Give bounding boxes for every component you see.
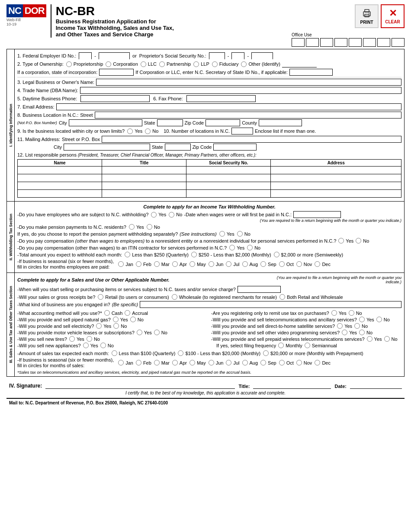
person4-address[interactable]	[271, 190, 401, 197]
q2-llc[interactable]: LLC	[140, 61, 157, 67]
q-pension-yes[interactable]: Yes	[128, 224, 144, 230]
month-jan-iii[interactable]: Jan	[117, 360, 133, 365]
q-comp-no[interactable]: No	[355, 238, 369, 244]
q-appliances-yes[interactable]: Yes	[82, 343, 98, 348]
q-comp-yes[interactable]: Yes	[337, 238, 353, 244]
q7-input[interactable]	[56, 103, 401, 110]
q-gas-no[interactable]: No	[129, 317, 144, 322]
q-pension-no[interactable]: No	[146, 224, 160, 230]
ein-part1-input[interactable]	[79, 53, 91, 60]
q-itin-yes[interactable]: Yes	[228, 245, 244, 250]
q-employees-no[interactable]: No	[168, 212, 182, 218]
ssn-part2-input[interactable]	[232, 53, 244, 60]
q-wireless-yes[interactable]: Yes	[366, 336, 382, 342]
month-mar-ii[interactable]: Mar	[153, 261, 170, 267]
month-may-iii[interactable]: May	[189, 360, 206, 365]
q9-no[interactable]: No	[144, 128, 158, 134]
q8-county-input[interactable]	[259, 119, 302, 126]
q-video-yes[interactable]: Yes	[341, 330, 357, 335]
ein-part2-input[interactable]	[99, 53, 129, 60]
q-total-opt3[interactable]: $2,000 or more (Semiweekly)	[273, 252, 344, 257]
month-oct-iii[interactable]: Oct	[278, 360, 294, 365]
q8-street-input[interactable]	[95, 112, 401, 119]
month-dec-ii[interactable]: Dec	[314, 261, 331, 267]
q9-yes[interactable]: Yes	[126, 128, 142, 134]
q3-input[interactable]	[96, 79, 401, 86]
q-wireless-no[interactable]: No	[383, 336, 398, 342]
q-pension-sep-yes[interactable]: Yes	[218, 231, 234, 237]
q-vehicle-no[interactable]: No	[153, 330, 167, 335]
q-itin-no[interactable]: No	[246, 245, 260, 250]
q8-state-input[interactable]	[157, 119, 183, 126]
month-sep-ii[interactable]: Sep	[260, 261, 276, 267]
q-amount-opt3[interactable]: $20,000 or more (Monthly with Prepayment…	[262, 350, 363, 356]
q-tires-yes[interactable]: Yes	[68, 336, 84, 342]
q-wholesale[interactable]: Wholesale (to registered merchants for r…	[171, 294, 277, 300]
person1-title[interactable]	[102, 167, 186, 174]
person3-ssn[interactable]	[186, 182, 270, 189]
q-appliances-no[interactable]: No	[100, 343, 114, 348]
month-apr-iii[interactable]: Apr	[171, 360, 187, 365]
month-aug-ii[interactable]: Aug	[241, 261, 258, 267]
q2-llp[interactable]: LLP	[193, 61, 209, 67]
q8-zip-input[interactable]	[206, 119, 240, 126]
q10-input[interactable]	[231, 128, 253, 135]
q2-other-input[interactable]	[282, 61, 317, 67]
month-jul-iii[interactable]: Jul	[225, 360, 239, 365]
q-semiannual[interactable]: Semiannual	[304, 343, 337, 348]
q-satellite-no[interactable]: No	[353, 323, 368, 329]
title-input[interactable]	[253, 381, 331, 389]
q8-city-input[interactable]	[69, 119, 142, 126]
q2-other[interactable]: Other (Identify)	[240, 61, 280, 67]
q-retail[interactable]: Retail (to users or consumers)	[97, 294, 169, 300]
month-nov-ii[interactable]: Nov	[295, 261, 312, 267]
q-accrual[interactable]: Accrual	[124, 310, 148, 316]
q-video-no[interactable]: No	[358, 330, 372, 335]
q6-input[interactable]	[186, 95, 256, 102]
month-may-ii[interactable]: May	[189, 261, 206, 267]
q-tires-no[interactable]: No	[86, 336, 100, 342]
q-use-tax-no[interactable]: No	[348, 310, 362, 316]
q11-zip-input[interactable]	[213, 144, 257, 151]
month-jan-ii[interactable]: Jan	[117, 261, 133, 267]
q2-corporation[interactable]: Corporation	[105, 61, 138, 67]
q2-fiduciary[interactable]: Fiduciary	[211, 61, 239, 67]
q-vehicle-yes[interactable]: Yes	[136, 330, 152, 335]
person1-name[interactable]	[18, 167, 102, 174]
q-satellite-yes[interactable]: Yes	[336, 323, 352, 329]
q-telecom-yes[interactable]: Yes	[358, 317, 374, 322]
q-kind-input[interactable]	[140, 301, 401, 308]
q-elec-no[interactable]: No	[112, 323, 127, 329]
q11-city-input[interactable]	[64, 144, 150, 151]
month-jun-ii[interactable]: Jun	[208, 261, 224, 267]
month-nov-iii[interactable]: Nov	[295, 360, 312, 365]
person3-title[interactable]	[102, 182, 186, 189]
person3-name[interactable]	[18, 182, 102, 189]
person4-name[interactable]	[18, 190, 102, 197]
signature-input[interactable]	[45, 381, 235, 389]
q-employees-yes[interactable]: Yes	[150, 212, 166, 218]
person3-address[interactable]	[271, 182, 401, 189]
person4-ssn[interactable]	[186, 190, 270, 197]
q5-input[interactable]	[80, 95, 150, 102]
q11-state-input[interactable]	[165, 144, 191, 151]
clear-button[interactable]: ✕ CLEAR	[381, 4, 405, 28]
q2-proprietorship[interactable]: Proprietorship	[65, 61, 103, 67]
month-dec-iii[interactable]: Dec	[314, 360, 331, 365]
q-both[interactable]: Both Retail and Wholesale	[279, 294, 343, 300]
person2-title[interactable]	[102, 174, 186, 182]
month-feb-ii[interactable]: Feb	[135, 261, 151, 267]
date-input[interactable]	[350, 381, 402, 389]
q-gas-yes[interactable]: Yes	[112, 317, 128, 322]
q-monthly[interactable]: Monthly	[277, 343, 302, 348]
month-oct-ii[interactable]: Oct	[278, 261, 294, 267]
q-elec-yes[interactable]: Yes	[95, 323, 111, 329]
person4-title[interactable]	[102, 190, 186, 197]
person2-ssn[interactable]	[186, 174, 270, 182]
q-amount-opt2[interactable]: $100 - Less than $20,000 (Monthly)	[177, 350, 260, 356]
q-cash[interactable]: Cash	[103, 310, 123, 316]
q4-input[interactable]	[80, 87, 401, 94]
q-total-opt1[interactable]: Less than $250 (Quarterly)	[124, 252, 189, 257]
q-total-opt2[interactable]: $250 - Less than $2,000 (Monthly)	[190, 252, 271, 257]
q2b-input[interactable]	[99, 69, 134, 76]
